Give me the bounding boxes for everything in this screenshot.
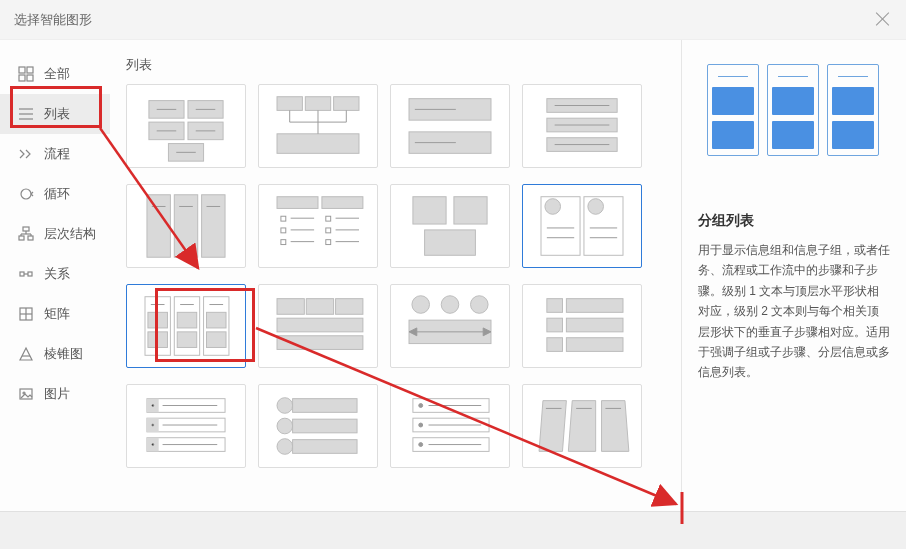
- svg-rect-97: [306, 299, 333, 315]
- sidebar-item-cycle[interactable]: 循环: [0, 174, 110, 214]
- sidebar-item-label: 矩阵: [44, 305, 70, 323]
- svg-rect-38: [277, 134, 359, 154]
- svg-rect-37: [334, 97, 359, 111]
- svg-rect-96: [277, 299, 304, 315]
- list-icon: [18, 106, 34, 122]
- preview-panel: 分组列表 用于显示信息组和信息子组，或者任务、流程或工作流中的步骤和子步骤。级别…: [681, 40, 906, 549]
- svg-point-122: [152, 424, 154, 426]
- thumb-horizontal-bullet-list[interactable]: [258, 184, 378, 268]
- thumb-stacked-list[interactable]: [390, 184, 510, 268]
- thumb-arrow-list[interactable]: [390, 284, 510, 368]
- process-icon: [18, 146, 34, 162]
- svg-rect-60: [322, 197, 363, 209]
- svg-point-139: [419, 443, 423, 447]
- svg-point-126: [277, 398, 293, 414]
- svg-rect-89: [177, 312, 197, 328]
- svg-rect-110: [547, 318, 563, 332]
- sidebar-item-label: 循环: [44, 185, 70, 203]
- svg-point-101: [412, 296, 430, 314]
- relationship-icon: [18, 266, 34, 282]
- svg-rect-67: [326, 216, 331, 221]
- svg-rect-0: [19, 67, 25, 73]
- thumb-dot-bullet-list[interactable]: [390, 384, 510, 468]
- sidebar-item-hierarchy[interactable]: 层次结构: [0, 214, 110, 254]
- sidebar-item-list[interactable]: 列表: [0, 94, 110, 134]
- svg-rect-87: [148, 312, 168, 328]
- preview-image: [698, 64, 888, 184]
- svg-point-103: [471, 296, 489, 314]
- cycle-icon: [18, 186, 34, 202]
- thumb-alternating-hexagons[interactable]: [258, 84, 378, 168]
- svg-rect-65: [281, 240, 286, 245]
- sidebar-item-label: 列表: [44, 105, 70, 123]
- sidebar-item-relationship[interactable]: 关系: [0, 254, 110, 294]
- sidebar-item-picture[interactable]: 图片: [0, 374, 110, 414]
- svg-point-135: [419, 404, 423, 408]
- svg-rect-36: [305, 97, 330, 111]
- sidebar-item-pyramid[interactable]: 棱锥图: [0, 334, 110, 374]
- sidebar-item-matrix[interactable]: 矩阵: [0, 294, 110, 334]
- svg-rect-90: [177, 332, 197, 348]
- svg-rect-2: [19, 75, 25, 81]
- thumb-trapezoid-list[interactable]: [522, 384, 642, 468]
- svg-rect-3: [27, 75, 33, 81]
- svg-point-124: [152, 444, 154, 446]
- thumb-picture-accent-list[interactable]: [522, 184, 642, 268]
- svg-rect-131: [293, 440, 357, 454]
- thumb-picture-caption-list[interactable]: [390, 84, 510, 168]
- gallery: 列表: [110, 40, 681, 549]
- thumb-basic-block-list[interactable]: [126, 84, 246, 168]
- thumb-vertical-box-list[interactable]: [522, 84, 642, 168]
- sidebar: 全部 列表 流程 循环 层次结构: [0, 40, 110, 549]
- svg-rect-55: [202, 195, 225, 257]
- sidebar-item-label: 层次结构: [44, 225, 96, 243]
- svg-rect-88: [148, 332, 168, 348]
- preview-title: 分组列表: [698, 212, 890, 230]
- svg-rect-73: [413, 197, 446, 224]
- svg-rect-99: [277, 318, 363, 332]
- sidebar-item-process[interactable]: 流程: [0, 134, 110, 174]
- svg-rect-10: [28, 236, 33, 240]
- thumb-tab-list[interactable]: [522, 284, 642, 368]
- svg-rect-100: [277, 336, 363, 350]
- picture-icon: [18, 386, 34, 402]
- svg-rect-59: [277, 197, 318, 209]
- all-icon: [18, 66, 34, 82]
- svg-rect-91: [207, 312, 227, 328]
- sidebar-item-all[interactable]: 全部: [0, 54, 110, 94]
- svg-rect-53: [147, 195, 170, 257]
- sidebar-item-label: 流程: [44, 145, 70, 163]
- hierarchy-icon: [18, 226, 34, 242]
- thumb-table-list[interactable]: [258, 284, 378, 368]
- section-title: 列表: [126, 56, 671, 74]
- svg-point-7: [21, 189, 31, 199]
- sidebar-item-label: 图片: [44, 385, 70, 403]
- svg-point-128: [277, 418, 293, 434]
- sidebar-item-label: 全部: [44, 65, 70, 83]
- svg-rect-75: [425, 230, 476, 255]
- sidebar-item-label: 关系: [44, 265, 70, 283]
- matrix-icon: [18, 306, 34, 322]
- thumb-lined-list[interactable]: [126, 384, 246, 468]
- svg-rect-74: [454, 197, 487, 224]
- svg-point-78: [545, 199, 561, 215]
- thumb-vertical-bullet-list[interactable]: [126, 184, 246, 268]
- sidebar-item-label: 棱锥图: [44, 345, 83, 363]
- svg-marker-21: [20, 348, 32, 360]
- bottom-bar: [0, 511, 906, 549]
- svg-rect-54: [174, 195, 197, 257]
- svg-point-102: [441, 296, 459, 314]
- thumb-grid: [126, 84, 671, 468]
- svg-rect-71: [326, 240, 331, 245]
- thumb-pill-list[interactable]: [258, 384, 378, 468]
- svg-rect-129: [293, 419, 357, 433]
- svg-rect-109: [566, 299, 623, 313]
- svg-rect-9: [19, 236, 24, 240]
- dialog-title: 选择智能图形: [14, 11, 92, 29]
- thumb-grouped-list[interactable]: [126, 284, 246, 368]
- svg-rect-61: [281, 216, 286, 221]
- svg-point-137: [419, 423, 423, 427]
- pyramid-icon: [18, 346, 34, 362]
- svg-rect-8: [23, 227, 29, 231]
- close-icon[interactable]: [874, 10, 892, 28]
